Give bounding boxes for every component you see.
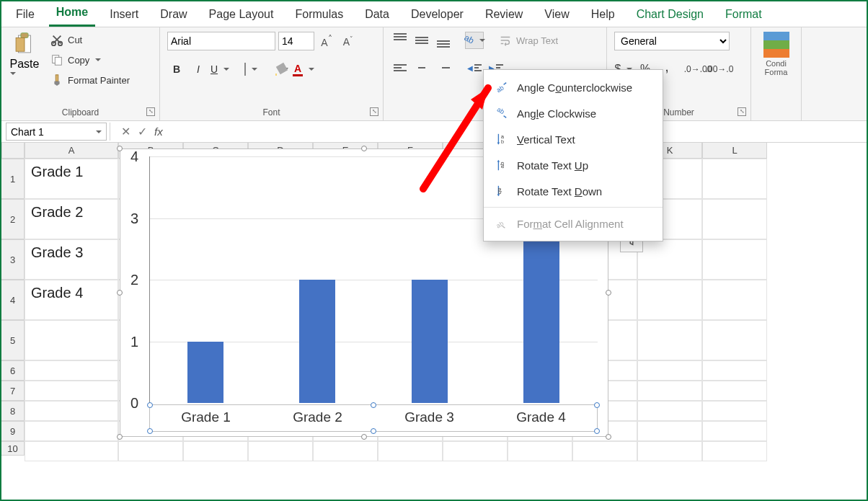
cell[interactable] xyxy=(508,441,572,461)
cut-button[interactable]: Cut xyxy=(48,32,133,48)
cell[interactable]: Grade 1 xyxy=(25,159,118,199)
decrease-decimal-button[interactable]: .00→.0 xyxy=(710,61,729,78)
cell[interactable] xyxy=(702,441,767,461)
tab-formulas[interactable]: Formulas xyxy=(288,4,350,27)
cell[interactable] xyxy=(702,360,767,381)
select-all-triangle[interactable] xyxy=(1,143,25,159)
increase-decimal-button[interactable]: .0→.00 xyxy=(688,61,707,78)
decrease-indent-button[interactable]: ◀ xyxy=(465,59,484,76)
fill-color-button[interactable] xyxy=(273,61,291,78)
cell[interactable] xyxy=(25,421,118,441)
chart-xlabel[interactable]: Grade 3 xyxy=(373,405,485,431)
tab-view[interactable]: View xyxy=(537,4,576,27)
row-head-1[interactable]: 1 xyxy=(1,159,25,199)
cell[interactable] xyxy=(637,280,702,320)
cell[interactable] xyxy=(637,421,702,441)
row-head-4[interactable]: 4 xyxy=(1,280,25,320)
cell[interactable] xyxy=(702,320,767,360)
cell[interactable] xyxy=(25,401,118,421)
cell[interactable] xyxy=(637,441,702,461)
conditional-formatting-button[interactable]: CondiForma xyxy=(758,32,794,76)
number-launcher[interactable]: ⤡ xyxy=(738,107,746,116)
bold-button[interactable]: B xyxy=(167,61,186,78)
cell[interactable]: Grade 3 xyxy=(25,239,118,280)
cell[interactable] xyxy=(313,441,378,461)
row-head-2[interactable]: 2 xyxy=(1,199,25,239)
number-format-combo[interactable]: General xyxy=(614,32,730,50)
cell[interactable] xyxy=(637,381,702,401)
cell[interactable] xyxy=(25,360,118,381)
increase-font-button[interactable]: A˄ xyxy=(317,32,336,50)
font-color-button[interactable]: A xyxy=(294,61,313,78)
cell[interactable] xyxy=(118,441,183,461)
col-head-A[interactable]: A xyxy=(25,143,118,159)
row-head-3[interactable]: 3 xyxy=(1,239,25,280)
row-head-5[interactable]: 5 xyxy=(1,320,25,360)
tab-format[interactable]: Format xyxy=(718,4,769,27)
tab-developer[interactable]: Developer xyxy=(404,4,471,27)
paste-button[interactable]: Paste xyxy=(9,32,40,75)
align-left-button[interactable] xyxy=(391,59,409,76)
fx-icon[interactable]: fx xyxy=(154,125,163,138)
chart-xlabel[interactable]: Grade 1 xyxy=(150,405,262,431)
chart-bar[interactable] xyxy=(412,280,448,403)
cell[interactable] xyxy=(25,441,118,461)
orientation-button[interactable]: ab xyxy=(465,32,484,49)
tab-data[interactable]: Data xyxy=(358,4,397,27)
name-box[interactable]: Chart 1 xyxy=(6,123,107,141)
col-head-L[interactable]: L xyxy=(702,143,767,159)
tab-draw[interactable]: Draw xyxy=(153,4,194,27)
cell[interactable] xyxy=(443,441,508,461)
align-right-button[interactable] xyxy=(434,59,453,76)
rotate-text-up-item[interactable]: ab Rotate Text Up xyxy=(484,152,663,178)
cell[interactable]: Grade 4 xyxy=(25,280,118,320)
font-name-combo[interactable] xyxy=(167,32,275,50)
chart-xlabel[interactable]: Grade 4 xyxy=(485,405,597,431)
cell[interactable] xyxy=(637,401,702,421)
tab-help[interactable]: Help xyxy=(584,4,622,27)
cell[interactable] xyxy=(702,159,767,199)
borders-button[interactable] xyxy=(242,61,260,78)
align-center-button[interactable] xyxy=(412,59,431,76)
row-head-7[interactable]: 7 xyxy=(1,381,25,401)
tab-home[interactable]: Home xyxy=(49,1,95,27)
cell[interactable] xyxy=(378,441,443,461)
cell[interactable] xyxy=(702,280,767,320)
cell[interactable] xyxy=(637,239,702,280)
cell[interactable] xyxy=(25,320,118,360)
cell[interactable] xyxy=(183,441,248,461)
tab-review[interactable]: Review xyxy=(478,4,530,27)
paste-dropdown-caret[interactable] xyxy=(10,72,16,75)
copy-button[interactable]: Copy xyxy=(48,52,133,68)
valign-middle-button[interactable] xyxy=(412,32,431,49)
row-head-9[interactable]: 9 xyxy=(1,421,25,441)
font-size-combo[interactable] xyxy=(278,32,314,50)
cell[interactable] xyxy=(702,199,767,239)
row-head-10[interactable]: 10 xyxy=(1,441,25,456)
enter-formula-button[interactable]: ✓ xyxy=(138,125,147,138)
decrease-font-button[interactable]: A˅ xyxy=(339,32,358,50)
cell[interactable] xyxy=(702,421,767,441)
valign-bottom-button[interactable] xyxy=(434,32,453,49)
chart-xlabel[interactable]: Grade 2 xyxy=(262,405,373,431)
tab-file[interactable]: File xyxy=(9,4,42,27)
angle-counterclockwise-item[interactable]: ab Angle Counterclockwise xyxy=(484,74,663,100)
chart-bar[interactable] xyxy=(299,280,335,403)
cell[interactable] xyxy=(248,441,313,461)
rotate-text-down-item[interactable]: ab Rotate Text Down xyxy=(484,178,663,204)
tab-page-layout[interactable]: Page Layout xyxy=(202,4,281,27)
clipboard-launcher[interactable]: ⤡ xyxy=(146,107,155,116)
chart-category-axis[interactable]: Grade 1Grade 2Grade 3Grade 4 xyxy=(149,404,598,432)
underline-button[interactable]: U xyxy=(211,61,229,78)
cell[interactable] xyxy=(572,441,637,461)
name-box-caret[interactable] xyxy=(96,130,102,133)
cell[interactable] xyxy=(25,381,118,401)
cancel-formula-button[interactable]: ✕ xyxy=(121,125,130,138)
cell[interactable] xyxy=(702,401,767,421)
tab-chart-design[interactable]: Chart Design xyxy=(629,4,711,27)
wrap-text-button[interactable]: Wrap Text xyxy=(496,32,561,48)
chart-bar[interactable] xyxy=(523,218,559,404)
copy-dropdown-caret[interactable] xyxy=(95,58,101,61)
valign-top-button[interactable] xyxy=(391,32,409,49)
italic-button[interactable]: I xyxy=(189,61,208,78)
